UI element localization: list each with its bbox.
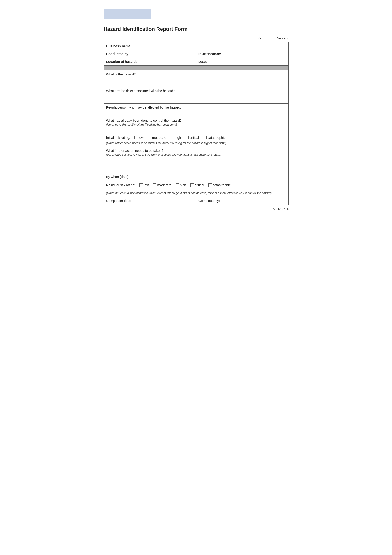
residual-risk-option-low[interactable]: low (139, 183, 149, 187)
risk-option-high[interactable]: high (171, 136, 181, 139)
residual-risk-label: Residual risk rating: (106, 183, 135, 187)
conducted-by-label: Conducted by: (106, 52, 129, 56)
residual-risk-row: Residual risk rating: low moderate high … (104, 181, 288, 189)
business-name-row: Business name: (104, 42, 288, 50)
residual-risk-low-label: low (144, 183, 149, 187)
conducted-by-cell: Conducted by: (104, 50, 196, 58)
completed-by-label: Completed by: (199, 199, 220, 203)
completion-date-label: Completion date: (106, 199, 131, 203)
checkbox-high-initial[interactable] (171, 136, 174, 139)
checkbox-catastrophic-initial[interactable] (203, 136, 207, 139)
further-action-eg: (eg. provide training, review of safe wo… (106, 153, 221, 156)
residual-risk-high-label: high (180, 183, 186, 187)
location-date-row: Location of hazard: Date: (104, 58, 288, 66)
people-cell: People/person who may be affected by the… (104, 104, 288, 117)
by-when-label: By when (date): (106, 175, 129, 179)
initial-risk-cell: Initial risk rating: low moderate high c… (104, 133, 288, 147)
risks-question: What are the risks associated with the h… (106, 89, 175, 93)
risk-option-critical[interactable]: critical (185, 136, 199, 139)
residual-risk-option-critical[interactable]: critical (190, 183, 204, 187)
risk-catastrophic-label: catastrophic (207, 136, 225, 139)
section-header-cell (104, 66, 288, 71)
control-note: (Note: leave this section blank if nothi… (106, 123, 177, 126)
further-action-cell: What further action needs to be taken? (… (104, 147, 288, 173)
further-action-row: What further action needs to be taken? (… (104, 147, 288, 173)
risk-low-label: low (139, 136, 144, 139)
checkbox-low-initial[interactable] (135, 136, 138, 139)
checkbox-moderate-initial[interactable] (148, 136, 151, 139)
residual-risk-option-catastrophic[interactable]: catastrophic (208, 183, 230, 187)
people-question: People/person who may be affected by the… (106, 106, 181, 110)
residual-risk-option-high[interactable]: high (176, 183, 186, 187)
location-label: Location of hazard: (106, 60, 137, 64)
completion-row: Completion date: Completed by: (104, 197, 288, 205)
initial-risk-note: (Note: further action needs to be taken … (106, 141, 227, 145)
completion-date-cell: Completion date: (104, 197, 196, 205)
completed-by-cell: Completed by: (196, 197, 289, 205)
in-attendance-label: In attendance: (199, 52, 221, 56)
risks-cell: What are the risks associated with the h… (104, 87, 288, 104)
checkbox-moderate-residual[interactable] (153, 183, 156, 187)
business-name-label: Business name: (106, 44, 132, 48)
further-action-label: What further action needs to be taken? (106, 149, 163, 153)
initial-risk-options: Initial risk rating: low moderate high c… (106, 136, 286, 139)
residual-note-row: (Note: the residual risk rating should b… (104, 189, 288, 197)
checkbox-catastrophic-residual[interactable] (208, 183, 212, 187)
residual-risk-options: Residual risk rating: low moderate high … (106, 183, 286, 187)
section-divider (104, 66, 288, 71)
residual-risk-option-moderate[interactable]: moderate (153, 183, 171, 187)
ref-label: Ref: (257, 37, 263, 40)
footer-ref: A10692774 (104, 207, 289, 211)
business-name-cell: Business name: (104, 42, 288, 50)
residual-note-cell: (Note: the residual risk rating should b… (104, 189, 288, 197)
residual-risk-moderate-label: moderate (157, 183, 171, 187)
residual-risk-critical-label: critical (195, 183, 204, 187)
page-title: Hazard Identification Report Form (104, 26, 289, 32)
checkbox-critical-residual[interactable] (190, 183, 194, 187)
version-label: Version: (278, 37, 289, 40)
control-row: What has already been done to control th… (104, 117, 288, 133)
conducted-row: Conducted by: In attendance: (104, 50, 288, 58)
checkbox-low-residual[interactable] (139, 183, 143, 187)
residual-risk-catastrophic-label: catastrophic (213, 183, 230, 187)
hazard-cell: What is the hazard? (104, 71, 288, 87)
hazard-question: What is the hazard? (106, 72, 136, 76)
risk-high-label: high (175, 136, 181, 139)
control-cell: What has already been done to control th… (104, 117, 288, 133)
logo (104, 9, 151, 19)
risks-row: What are the risks associated with the h… (104, 87, 288, 104)
checkbox-critical-initial[interactable] (185, 136, 189, 139)
risk-option-moderate[interactable]: moderate (148, 136, 166, 139)
residual-risk-cell: Residual risk rating: low moderate high … (104, 181, 288, 189)
location-cell: Location of hazard: (104, 58, 196, 66)
hazard-row: What is the hazard? (104, 71, 288, 87)
by-when-row: By when (date): (104, 173, 288, 181)
residual-note: (Note: the residual risk rating should b… (106, 191, 272, 195)
main-form-table: Business name: Conducted by: In attendan… (104, 42, 289, 205)
in-attendance-cell: In attendance: (196, 50, 289, 58)
initial-risk-label: Initial risk rating: (106, 136, 130, 139)
date-label: Date: (199, 60, 207, 64)
initial-risk-row: Initial risk rating: low moderate high c… (104, 133, 288, 147)
people-row: People/person who may be affected by the… (104, 104, 288, 117)
date-cell: Date: (196, 58, 289, 66)
risk-option-low[interactable]: low (135, 136, 144, 139)
risk-critical-label: critical (189, 136, 199, 139)
checkbox-high-residual[interactable] (176, 183, 179, 187)
risk-moderate-label: moderate (152, 136, 166, 139)
by-when-cell: By when (date): (104, 173, 288, 181)
risk-option-catastrophic[interactable]: catastrophic (203, 136, 225, 139)
control-label: What has already been done to control th… (106, 119, 182, 123)
